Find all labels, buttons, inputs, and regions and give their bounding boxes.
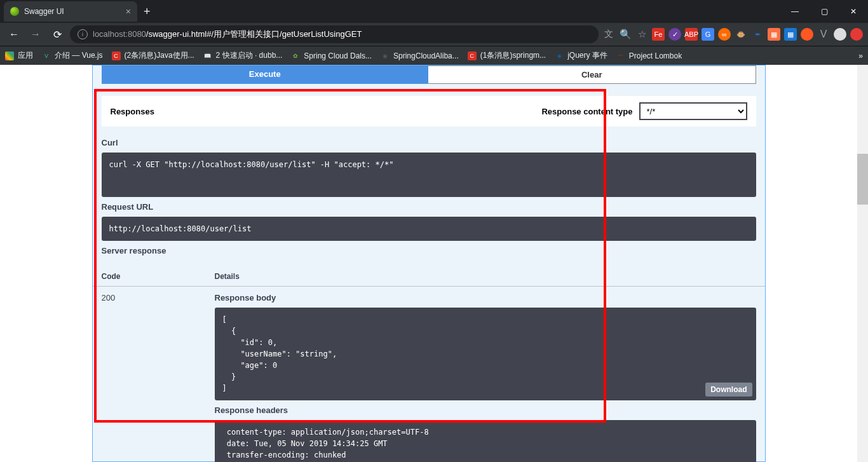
tab-title: Swagger UI [24, 7, 64, 16]
curl-section: Curl curl -X GET "http://localhost:8080/… [93, 126, 765, 267]
action-button-row: Execute Clear [102, 65, 756, 84]
response-body-label: Response body [215, 293, 756, 302]
url-host: localhost [93, 29, 125, 39]
response-details: Response body [ { "id": 0, "userName": "… [215, 293, 756, 462]
scrollbar-thumb[interactable] [857, 154, 868, 205]
execute-button[interactable]: Execute [102, 65, 429, 84]
responses-header: Responses Response content type */* [102, 96, 756, 126]
reload-button[interactable]: ⟳ [48, 25, 66, 43]
vue-icon: V [42, 51, 51, 60]
ext-icon-4[interactable]: ∞ [718, 28, 731, 41]
address-bar-icons: ⽂ 🔍 ☆ Fe ✓ ABP G ∞ 🐵 ✒ ▦ ▦ V [602, 28, 863, 41]
page-viewport: Execute Clear Responses Response content… [0, 65, 868, 462]
bm-label: (1条消息)springm... [480, 50, 546, 61]
ext-icon-7[interactable]: ▦ [768, 28, 780, 41]
bm-label: jQuery 事件 [567, 50, 607, 61]
response-row: 200 Response body [ { "id": 0, "userName… [93, 287, 765, 462]
url-path: /swagger-ui.html#/用户管理相关接口/getUserListUs… [146, 29, 362, 39]
response-headers-label: Response headers [215, 405, 756, 415]
ext-icon-9[interactable] [801, 28, 813, 41]
status-code: 200 [102, 293, 215, 462]
bookmark-item[interactable]: C(1条消息)springm... [468, 50, 546, 61]
ext-icon-1[interactable]: Fe [652, 28, 665, 41]
bookmarks-bar: 应用 V介绍 — Vue.js C(2条消息)Java使用... 📖2 快速启动… [0, 46, 868, 65]
curl-label: Curl [102, 138, 756, 147]
response-headers[interactable]: content-type: application/json;charset=U… [215, 420, 756, 462]
response-body-wrap: [ { "id": 0, "userName": "string", "age"… [215, 308, 756, 400]
csdn-icon: C [468, 51, 477, 60]
responses-title: Responses [111, 107, 154, 116]
bm-label: 2 快速启动 · dubb... [216, 50, 283, 61]
apps-shortcut[interactable]: 应用 [5, 50, 33, 61]
minimize-icon[interactable]: — [780, 0, 810, 23]
vertical-scrollbar[interactable] [857, 65, 868, 462]
swagger-operation-panel: Execute Clear Responses Response content… [92, 65, 766, 462]
swagger-favicon [10, 7, 19, 16]
ext-icon-5[interactable]: 🐵 [735, 28, 747, 41]
col-details: Details [215, 272, 756, 281]
col-code: Code [102, 272, 215, 281]
site-info-icon[interactable]: i [78, 29, 88, 39]
ext-icon-6[interactable]: ✒ [751, 28, 764, 41]
jquery-icon: ◈ [555, 51, 564, 60]
forward-button[interactable]: → [27, 25, 44, 43]
bm-label: Project Lombok [629, 51, 682, 60]
content-type-select[interactable]: */* [639, 102, 747, 120]
bm-label: SpringCloudAliba... [393, 51, 459, 60]
bookmarks-overflow-icon[interactable]: » [858, 51, 863, 60]
apps-icon [5, 51, 14, 60]
response-table-header: Code Details [93, 267, 765, 287]
window-controls: — ▢ ✕ [780, 0, 868, 23]
bookmark-item[interactable]: ✿Spring Cloud Dals... [291, 51, 372, 60]
ext-icon-3[interactable]: G [702, 28, 714, 41]
bookmark-item[interactable]: V介绍 — Vue.js [42, 50, 103, 61]
request-url-value[interactable]: http://localhost:8080/user/list [102, 217, 756, 241]
clear-button[interactable]: Clear [428, 65, 756, 84]
book-icon: 📖 [203, 51, 212, 60]
browser-titlebar: Swagger UI × + — ▢ ✕ [0, 0, 868, 23]
maximize-icon[interactable]: ▢ [810, 0, 839, 23]
bm-label: 应用 [18, 50, 33, 61]
bm-label: Spring Cloud Dals... [304, 51, 372, 60]
url-port: :8080 [125, 29, 146, 39]
translate-icon[interactable]: ⽂ [602, 28, 615, 41]
page-content: Execute Clear Responses Response content… [0, 65, 857, 462]
close-window-icon[interactable]: ✕ [839, 0, 868, 23]
ext-icon-10[interactable]: V [817, 28, 830, 41]
download-button[interactable]: Download [705, 383, 752, 397]
bm-label: 介绍 — Vue.js [55, 50, 103, 61]
ext-icon-11[interactable] [850, 28, 863, 41]
adblock-icon[interactable]: ABP [685, 28, 698, 41]
bookmark-item[interactable]: C(2条消息)Java使用... [112, 50, 194, 61]
server-response-label: Server response [102, 246, 756, 255]
bookmark-star-icon[interactable]: ☆ [635, 28, 648, 41]
bm-label: (2条消息)Java使用... [125, 50, 194, 61]
curl-command[interactable]: curl -X GET "http://localhost:8080/user/… [102, 153, 756, 197]
profile-avatar-icon[interactable] [834, 28, 846, 41]
ext-icon-2[interactable]: ✓ [668, 28, 681, 41]
bookmark-item[interactable]: 〰Project Lombok [616, 51, 682, 60]
response-body[interactable]: [ { "id": 0, "userName": "string", "age"… [215, 308, 756, 400]
spring-icon: ✿ [291, 51, 300, 60]
bookmark-item[interactable]: 📖2 快速启动 · dubb... [203, 50, 283, 61]
zoom-icon[interactable]: 🔍 [619, 28, 632, 41]
request-url-label: Request URL [102, 202, 756, 212]
ext-icon-8[interactable]: ▦ [784, 28, 797, 41]
github-icon: ◉ [381, 51, 390, 60]
url-input[interactable]: i localhost:8080/swagger-ui.html#/用户管理相关… [70, 25, 599, 43]
bookmark-item[interactable]: ◉SpringCloudAliba... [381, 51, 459, 60]
browser-tab[interactable]: Swagger UI × [4, 1, 137, 22]
close-tab-icon[interactable]: × [126, 6, 131, 17]
new-tab-button[interactable]: + [137, 5, 157, 18]
back-button[interactable]: ← [5, 25, 23, 43]
bookmark-item[interactable]: ◈jQuery 事件 [555, 50, 607, 61]
browser-address-bar: ← → ⟳ i localhost:8080/swagger-ui.html#/… [0, 23, 868, 46]
csdn-icon: C [112, 51, 121, 60]
lombok-icon: 〰 [616, 51, 625, 60]
response-content-type: Response content type */* [541, 102, 747, 120]
content-type-label: Response content type [541, 107, 632, 116]
